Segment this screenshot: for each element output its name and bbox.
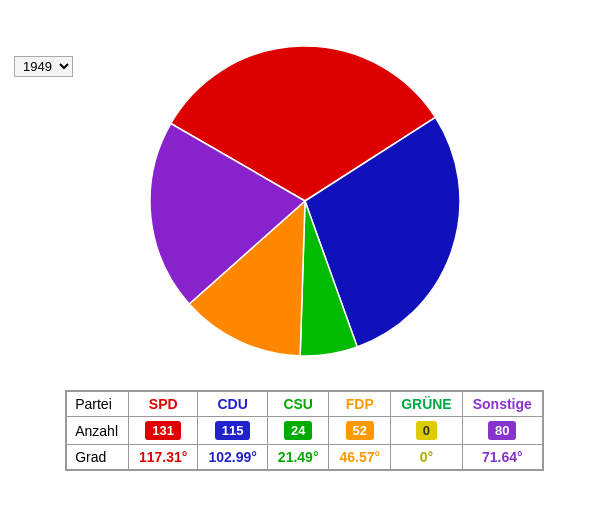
table-row: Grad117.31°102.99°21.49°46.57°0°71.64°: [67, 445, 543, 470]
table-cell: 80: [462, 417, 542, 445]
table-cell: 102.99°: [198, 445, 267, 470]
table-cell: Sonstige: [462, 392, 542, 417]
table-cell: CSU: [267, 392, 329, 417]
table-cell: 115: [198, 417, 267, 445]
table-cell: 46.57°: [329, 445, 391, 470]
table-cell: 71.64°: [462, 445, 542, 470]
row-label: Partei: [67, 392, 129, 417]
table-row: ParteiSPDCDUCSUFDPGRÜNESonstige: [67, 392, 543, 417]
page: 1949195319571961196519691972197619801983…: [0, 0, 609, 512]
table-cell: 131: [129, 417, 198, 445]
year-select[interactable]: 1949195319571961196519691972197619801983…: [14, 56, 73, 77]
value-badge: 52: [346, 421, 374, 440]
pie-chart: [105, 26, 505, 376]
table-cell: 24: [267, 417, 329, 445]
row-label: Anzahl: [67, 417, 129, 445]
data-table: ParteiSPDCDUCSUFDPGRÜNESonstigeAnzahl131…: [66, 391, 543, 470]
value-badge: 131: [145, 421, 181, 440]
value-badge: 115: [215, 421, 251, 440]
table-cell: FDP: [329, 392, 391, 417]
data-table-wrapper: ParteiSPDCDUCSUFDPGRÜNESonstigeAnzahl131…: [65, 390, 544, 471]
table-cell: 0°: [391, 445, 463, 470]
table-cell: 52: [329, 417, 391, 445]
table-cell: CDU: [198, 392, 267, 417]
table-row: Anzahl1311152452080: [67, 417, 543, 445]
year-selector-wrapper[interactable]: 1949195319571961196519691972197619801983…: [14, 56, 73, 77]
table-cell: GRÜNE: [391, 392, 463, 417]
table-cell: SPD: [129, 392, 198, 417]
chart-area: [0, 26, 609, 376]
table-cell: 117.31°: [129, 445, 198, 470]
value-badge: 0: [416, 421, 437, 440]
row-label: Grad: [67, 445, 129, 470]
table-cell: 0: [391, 417, 463, 445]
table-cell: 21.49°: [267, 445, 329, 470]
value-badge: 24: [284, 421, 312, 440]
value-badge: 80: [488, 421, 516, 440]
